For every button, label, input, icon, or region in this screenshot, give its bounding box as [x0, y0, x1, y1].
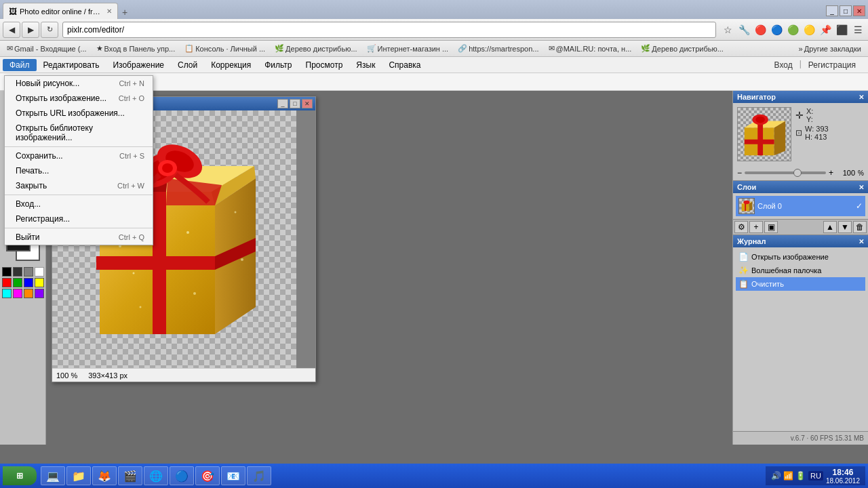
speaker-icon[interactable]: 🔊 [771, 471, 781, 481]
swatch-yellow[interactable] [35, 278, 44, 287]
swatch-blue[interactable] [24, 278, 33, 287]
layers-settings-btn[interactable]: ⚙ [734, 221, 748, 233]
start-button[interactable]: ⊞ [3, 466, 37, 485]
extension2-icon[interactable]: 🔵 [769, 22, 784, 37]
layers-add-btn[interactable]: + [749, 221, 763, 233]
bookmark-tree[interactable]: 🌿 Дерево дистрибью... [271, 43, 361, 54]
navigator-thumbnail[interactable] [737, 107, 791, 161]
menu-open-url[interactable]: Открыть URL изображения... [5, 106, 153, 121]
lang-indicator[interactable]: RU [808, 471, 823, 481]
refresh-button[interactable]: ↻ [41, 22, 58, 38]
menu-layer[interactable]: Слой [171, 59, 204, 71]
journal-close-btn[interactable]: ✕ [859, 238, 864, 245]
menu-register[interactable]: Регистрация... [5, 211, 153, 226]
swatch-white[interactable] [35, 267, 44, 277]
swatch-green[interactable] [13, 278, 22, 287]
taskbar-app-target[interactable]: 🎯 [195, 466, 220, 485]
register-link[interactable]: Регистрация [804, 59, 860, 71]
new-tab-button[interactable]: + [118, 5, 132, 19]
layers-up-btn[interactable]: ▲ [823, 221, 837, 233]
swatch-cyan[interactable] [2, 289, 12, 298]
zoom-slider[interactable] [745, 171, 826, 174]
bookmark-other[interactable]: » Другие закладки [795, 43, 865, 54]
taskbar-app-mail[interactable]: 📧 [221, 466, 245, 485]
canvas-minimize-btn[interactable]: _ [277, 99, 288, 108]
journal-row-wand[interactable]: ✨ Волшебная палочка [736, 264, 865, 277]
tab-close-btn[interactable]: ✕ [106, 7, 112, 15]
taskbar-app-music[interactable]: 🎵 [247, 466, 271, 485]
swatch-orange[interactable] [24, 289, 33, 298]
menu-print[interactable]: Печать... [5, 163, 153, 178]
taskbar-app-chrome[interactable]: 🔵 [170, 466, 194, 485]
taskbar-app-firefox[interactable]: 🦊 [92, 466, 117, 485]
menu-correction[interactable]: Коррекция [204, 59, 258, 71]
bookmark-panel[interactable]: ★ Вход в Панель упр... [92, 43, 180, 54]
swatch-gray[interactable] [24, 267, 33, 277]
bookmark-star-icon[interactable]: ☆ [720, 22, 735, 37]
zoom-out-icon[interactable]: − [737, 168, 742, 178]
swatch-purple[interactable] [35, 289, 44, 298]
menu-edit[interactable]: Редактировать [37, 59, 106, 71]
swatch-darkgray[interactable] [13, 267, 22, 277]
login-link[interactable]: Вход [770, 59, 797, 71]
menu-image[interactable]: Изображение [106, 59, 171, 71]
canvas-maximize-btn[interactable]: □ [290, 99, 300, 108]
menu-exit[interactable]: Выйти Ctrl + Q [5, 230, 153, 245]
menu-file[interactable]: Файл [3, 59, 37, 71]
menu-open-image[interactable]: Открыть изображение... Ctrl + O [5, 91, 153, 106]
zoom-in-icon[interactable]: + [829, 168, 833, 178]
h-value: 413 [814, 133, 827, 141]
menu-close[interactable]: Закрыть Ctrl + W [5, 178, 153, 193]
network-icon[interactable]: 📶 [783, 471, 793, 481]
menu-open-library[interactable]: Открыть библиотеку изображений... [5, 121, 153, 145]
taskbar-app-windows[interactable]: 💻 [41, 466, 65, 485]
canvas-close-btn[interactable]: ✕ [302, 99, 313, 108]
address-bar[interactable] [62, 22, 716, 38]
taskbar-app-media[interactable]: 🎬 [118, 466, 142, 485]
menu-login[interactable]: Вход... [5, 197, 153, 211]
svg-point-21 [193, 292, 196, 295]
bookmark-console[interactable]: 📋 Консоль · Личный ... [180, 43, 269, 54]
browser-tab[interactable]: 🖼 Photo editor online / free im... ✕ [3, 3, 118, 19]
menu-filter[interactable]: Фильтр [258, 59, 298, 71]
close-window-button[interactable]: ✕ [853, 5, 865, 16]
bookmark-tree2[interactable]: 🌿 Дерево дистрибью... [637, 43, 728, 54]
menu-new-image[interactable]: Новый рисунок... Ctrl + N [5, 76, 153, 91]
swatch-red[interactable] [2, 278, 12, 287]
swatch-black[interactable] [2, 267, 12, 277]
layers-down-btn[interactable]: ▼ [838, 221, 852, 233]
journal-row-clear[interactable]: 📋 Очистить [736, 277, 865, 291]
back-button[interactable]: ◀ [3, 22, 20, 38]
layer-visibility-0[interactable]: ✓ [856, 201, 863, 211]
minimize-button[interactable]: _ [826, 5, 838, 16]
layers-delete-btn[interactable]: 🗑 [853, 221, 867, 233]
taskbar-app-explorer[interactable]: 📁 [66, 466, 91, 485]
layers-close-btn[interactable]: ✕ [859, 184, 864, 191]
taskbar-app-ie[interactable]: 🌐 [144, 466, 168, 485]
menu-language[interactable]: Язык [349, 59, 382, 71]
journal-row-open[interactable]: 📄 Открыть изображение [736, 250, 865, 264]
bookmark-gmail[interactable]: ✉ Gmail - Входящие (... [3, 43, 91, 54]
menu-save[interactable]: Сохранить... Ctrl + S [5, 148, 153, 163]
extension3-icon[interactable]: 🟢 [785, 22, 800, 37]
extension1-icon[interactable]: 🔴 [753, 22, 768, 37]
extension6-icon[interactable]: ⬛ [834, 22, 849, 37]
navigator-close-btn[interactable]: ✕ [859, 94, 864, 101]
swatch-magenta[interactable] [13, 289, 22, 298]
menu-view[interactable]: Просмотр [299, 59, 350, 71]
battery-icon[interactable]: 🔋 [795, 471, 806, 481]
bookmark-shop[interactable]: 🛒 Интернет-магазин ... [363, 43, 453, 54]
zoom-slider-thumb[interactable] [793, 169, 802, 177]
forward-button[interactable]: ▶ [22, 22, 39, 38]
layers-group-btn[interactable]: ▣ [764, 221, 778, 233]
extension5-icon[interactable]: 📌 [818, 22, 833, 37]
layer-row-0[interactable]: Слой 0 ✓ [736, 196, 865, 216]
clock[interactable]: 18:46 18.06.2012 [826, 468, 860, 485]
maximize-button[interactable]: □ [840, 5, 852, 16]
bookmark-smartresp[interactable]: 🔗 https://smartrespon... [454, 43, 542, 54]
tools-icon[interactable]: 🔧 [736, 22, 751, 37]
menu-icon[interactable]: ☰ [850, 22, 865, 37]
extension4-icon[interactable]: 🟡 [802, 22, 816, 37]
menu-help[interactable]: Справка [382, 59, 427, 71]
bookmark-mail[interactable]: ✉ @MAIL.RU: почта, н... [545, 43, 636, 54]
